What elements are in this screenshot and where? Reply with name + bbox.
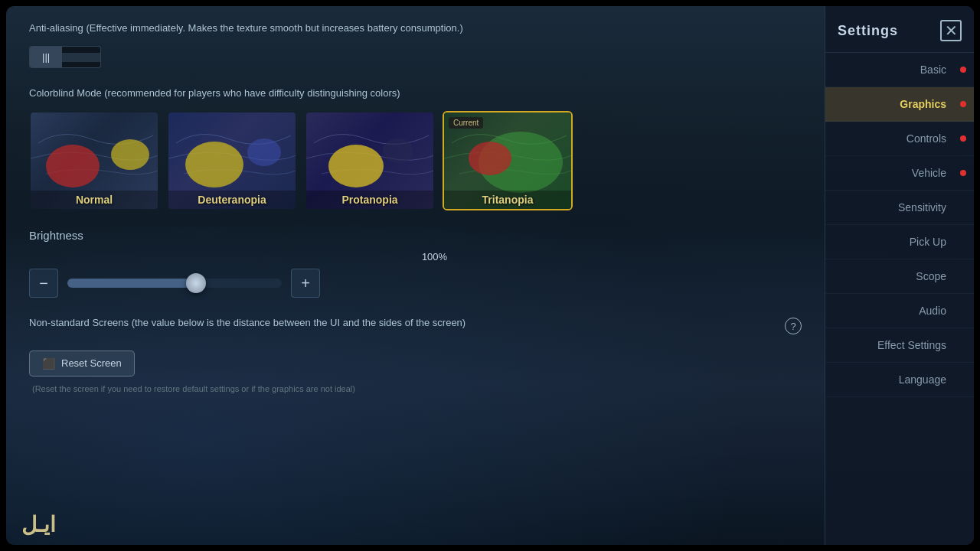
close-button[interactable]: ✕ xyxy=(940,20,962,41)
brightness-slider-row: − + xyxy=(29,269,802,298)
sidebar-item-label-language: Language xyxy=(899,373,946,386)
svg-point-1 xyxy=(111,139,149,170)
colorblind-card-tritanopia[interactable]: Current Tritanopia xyxy=(443,111,573,210)
sidebar-item-label-pickup: Pick Up xyxy=(910,236,946,248)
reset-screen-button[interactable]: ⬛ Reset Screen xyxy=(29,350,135,377)
sidebar-item-graphics[interactable]: Graphics xyxy=(825,87,974,122)
svg-point-7 xyxy=(469,142,511,175)
sidebar-dot-basic xyxy=(960,67,966,73)
non-standard-title: Non-standard Screens (the value below is… xyxy=(29,316,777,330)
sidebar-item-label-controls: Controls xyxy=(906,132,946,145)
brand-logo: ایـل xyxy=(21,512,56,537)
sidebar-item-label-sensitivity: Sensitivity xyxy=(898,201,946,214)
svg-point-5 xyxy=(383,139,413,163)
reset-screen-label: Reset Screen xyxy=(61,357,122,369)
colorblind-section: Colorblind Mode (recommended for players… xyxy=(29,86,802,210)
non-standard-row: Non-standard Screens (the value below is… xyxy=(29,316,802,341)
colorblind-label-tritanopia: Tritanopia xyxy=(444,191,571,209)
sidebar-item-label-graphics: Graphics xyxy=(900,98,946,110)
sidebar-header: Settings ✕ xyxy=(825,6,974,53)
reset-screen-icon: ⬛ xyxy=(42,357,55,370)
anti-aliasing-toggle-group: ||| xyxy=(29,46,101,68)
sidebar-item-label-effect-settings: Effect Settings xyxy=(877,339,946,351)
sidebar-dot-vehicle xyxy=(960,170,966,176)
sidebar-item-label-basic: Basic xyxy=(920,64,946,76)
colorblind-card-deuteranopia[interactable]: Deuteranopia xyxy=(167,111,297,210)
sidebar-item-scope[interactable]: Scope xyxy=(825,259,974,294)
sidebar-item-audio[interactable]: Audio xyxy=(825,294,974,328)
brightness-slider-thumb[interactable] xyxy=(186,273,206,293)
brightness-decrease-btn[interactable]: − xyxy=(29,269,58,298)
colorblind-label-deuteranopia: Deuteranopia xyxy=(168,191,296,209)
anti-aliasing-title: Anti-aliasing (Effective immediately. Ma… xyxy=(29,21,802,35)
anti-aliasing-btn-on[interactable]: ||| xyxy=(30,47,62,67)
brightness-value: 100% xyxy=(67,251,802,262)
sidebar: Settings ✕ Basic Graphics Controls Vehic… xyxy=(825,6,974,545)
sidebar-item-label-scope: Scope xyxy=(916,270,946,282)
colorblind-card-normal[interactable]: Normal xyxy=(29,111,159,210)
svg-point-3 xyxy=(247,139,281,166)
sidebar-title: Settings xyxy=(838,23,898,39)
colorblind-title: Colorblind Mode (recommended for players… xyxy=(29,86,802,100)
colorblind-card-protanopia[interactable]: Protanopia xyxy=(305,111,435,210)
brightness-slider-fill xyxy=(67,279,196,288)
sidebar-dot-controls xyxy=(960,135,966,142)
anti-aliasing-btn-off[interactable] xyxy=(62,53,100,62)
help-icon[interactable]: ? xyxy=(785,318,802,334)
sidebar-item-basic[interactable]: Basic xyxy=(825,53,974,87)
sidebar-item-pickup[interactable]: Pick Up xyxy=(825,225,974,259)
sidebar-item-effect-settings[interactable]: Effect Settings xyxy=(825,328,974,363)
main-content: Anti-aliasing (Effective immediately. Ma… xyxy=(6,6,825,545)
brightness-increase-btn[interactable]: + xyxy=(291,269,320,298)
sidebar-dot-graphics xyxy=(960,101,966,107)
app-window: Anti-aliasing (Effective immediately. Ma… xyxy=(6,6,974,545)
colorblind-grid: Normal De xyxy=(29,111,802,210)
sidebar-item-label-audio: Audio xyxy=(919,305,946,317)
svg-point-2 xyxy=(185,142,243,187)
brightness-slider-track[interactable] xyxy=(67,279,282,288)
colorblind-label-protanopia: Protanopia xyxy=(306,191,433,209)
sidebar-item-language[interactable]: Language xyxy=(825,363,974,397)
svg-point-4 xyxy=(328,145,384,187)
sidebar-item-controls[interactable]: Controls xyxy=(825,122,974,156)
anti-aliasing-section: Anti-aliasing (Effective immediately. Ma… xyxy=(29,21,802,68)
current-badge: Current xyxy=(449,117,483,129)
brightness-section: Brightness 100% − + xyxy=(29,229,802,298)
non-standard-section: Non-standard Screens (the value below is… xyxy=(29,316,802,393)
colorblind-label-normal: Normal xyxy=(31,191,158,209)
svg-point-0 xyxy=(46,145,100,187)
sidebar-item-label-vehicle: Vehicle xyxy=(912,167,946,179)
sidebar-item-sensitivity[interactable]: Sensitivity xyxy=(825,191,974,225)
sidebar-item-vehicle[interactable]: Vehicle xyxy=(825,156,974,191)
reset-hint: (Reset the screen if you need to restore… xyxy=(32,384,802,393)
brightness-label: Brightness xyxy=(29,229,802,242)
